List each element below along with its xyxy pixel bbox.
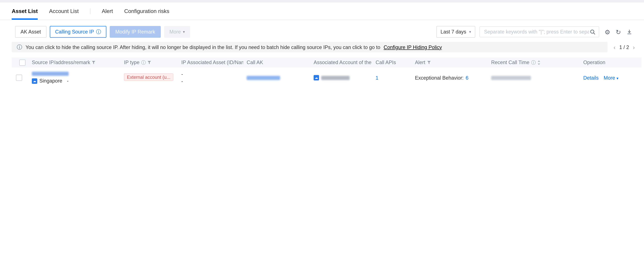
chevron-down-icon: ▾	[469, 30, 471, 34]
filter-icon[interactable]	[92, 61, 96, 64]
page-indicator: 1 / 2	[619, 44, 629, 50]
tab-configuration-risks[interactable]: Configuration risks	[124, 3, 169, 20]
tab-alert[interactable]: Alert	[102, 3, 113, 20]
column-call-ak: Call AK	[247, 60, 263, 65]
table-row: ☁Singapore- External account (u... -- ☁ …	[12, 68, 642, 88]
more-link-label: More	[604, 75, 615, 81]
column-asset: IP Associated Asset (ID/Name)	[181, 60, 243, 65]
alert-type-label: Exceptional Behavior:	[415, 75, 464, 81]
column-alert: Alert	[415, 60, 425, 65]
ak-asset-button[interactable]: AK Asset	[15, 26, 46, 38]
column-account: Associated Account of the AK	[314, 60, 372, 65]
tab-account-list[interactable]: Account List	[49, 3, 78, 20]
ip-remark: -	[67, 78, 68, 84]
details-link[interactable]: Details	[583, 75, 599, 81]
filter-icon[interactable]	[427, 61, 431, 64]
next-page-button[interactable]: ›	[633, 44, 635, 51]
tab-bar: Asset List Account List Alert Configurat…	[0, 3, 644, 20]
chevron-down-icon: ▾	[616, 76, 618, 80]
column-operation: Operation	[583, 60, 605, 65]
tab-asset-list[interactable]: Asset List	[12, 3, 38, 20]
info-icon: ⓘ	[141, 59, 146, 66]
modify-ip-remark-button: Modify IP Remark	[110, 26, 160, 38]
asset-name: -	[181, 78, 243, 84]
chevron-down-icon: ▾	[183, 30, 185, 34]
calling-source-ip-button[interactable]: Calling Source IP ⓘ	[50, 26, 106, 38]
refresh-icon-button[interactable]: ↻	[616, 29, 621, 35]
cloud-provider-icon: ☁	[314, 75, 319, 81]
page: Asset List Account List Alert Configurat…	[0, 0, 644, 88]
info-banner: ⓘ You can click to hide the calling sour…	[12, 42, 608, 52]
download-icon-button[interactable]	[626, 29, 632, 35]
more-button: More ▾	[164, 26, 190, 38]
info-icon: ⓘ	[531, 59, 536, 66]
alert-count-link[interactable]: 6	[466, 75, 468, 81]
call-apis-count[interactable]: 1	[376, 75, 412, 81]
time-range-value: Last 7 days	[440, 29, 466, 35]
configure-ip-hiding-policy-link[interactable]: Configure IP Hiding Policy	[384, 44, 442, 50]
column-call-apis: Call APIs	[376, 60, 396, 65]
location-label: Singapore	[39, 78, 62, 84]
column-source: Source IP/address/remark	[32, 60, 90, 65]
column-recent-call-time: Recent Call Time	[491, 60, 530, 65]
prev-page-button[interactable]: ‹	[614, 44, 616, 51]
redacted-call-time	[491, 76, 531, 80]
sort-icon[interactable]	[537, 60, 541, 65]
top-strip	[0, 0, 644, 3]
cloud-provider-icon: ☁	[32, 78, 37, 84]
banner-text: You can click to hide the calling source…	[26, 44, 380, 50]
filter-icon[interactable]	[148, 61, 151, 64]
search-icon[interactable]	[590, 29, 596, 35]
row-checkbox[interactable]	[16, 75, 22, 81]
redacted-call-ak[interactable]	[247, 76, 280, 80]
banner-row: ⓘ You can click to hide the calling sour…	[0, 38, 644, 52]
table-header: Source IP/address/remark IP type ⓘ IP As…	[12, 57, 642, 68]
settings-icon-button[interactable]: ⚙	[605, 29, 610, 35]
pagination: ‹ 1 / 2 ›	[614, 44, 637, 51]
asset-table: Source IP/address/remark IP type ⓘ IP As…	[12, 57, 642, 88]
info-icon: ⓘ	[17, 44, 22, 51]
calling-source-ip-label: Calling Source IP	[55, 29, 94, 35]
search-box[interactable]	[480, 27, 599, 37]
asset-id: -	[181, 71, 243, 77]
tab-divider	[90, 8, 90, 14]
column-ip-type: IP type	[124, 60, 140, 65]
ip-type-tag: External account (u...	[124, 74, 173, 81]
toolbar: AK Asset Calling Source IP ⓘ Modify IP R…	[0, 20, 644, 38]
redacted-account	[321, 76, 350, 80]
more-button-label: More	[170, 29, 181, 35]
more-link[interactable]: More ▾	[604, 75, 618, 81]
info-icon: ⓘ	[96, 28, 101, 36]
redacted-source-ip[interactable]	[32, 72, 69, 76]
select-all-checkbox[interactable]	[19, 59, 26, 66]
search-input[interactable]	[483, 29, 590, 35]
time-range-select[interactable]: Last 7 days ▾	[436, 26, 475, 38]
